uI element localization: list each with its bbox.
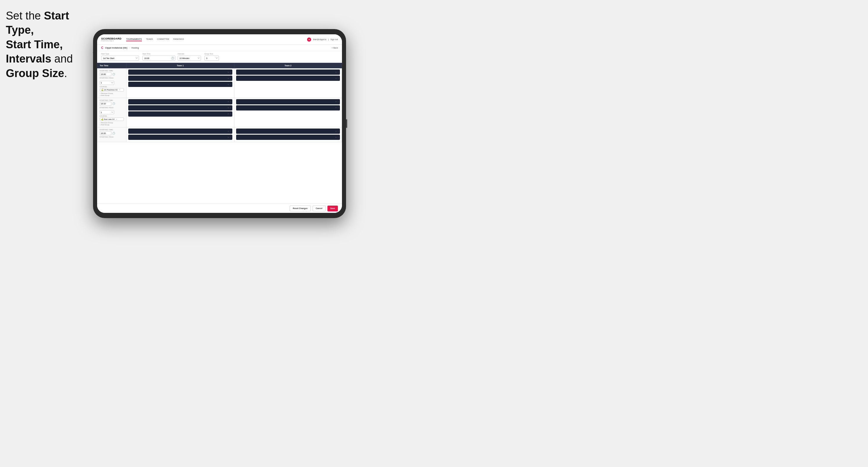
- table-row: STARTING TIME: 🕐 STARTING HOLE: 1 10: [97, 68, 342, 98]
- group3-team1-cell: × › × ›: [126, 127, 235, 142]
- group2-tee-cell: STARTING TIME: 🕐 STARTING HOLE: 1 10: [97, 98, 126, 127]
- slot-close-icon[interactable]: ×: [228, 101, 229, 103]
- slot-arrow-icon[interactable]: ›: [230, 130, 230, 132]
- remove-group-g1[interactable]: ○ Remove Group: [100, 92, 124, 94]
- breadcrumb-tournament[interactable]: Clippd Invitational (Me): [105, 46, 127, 49]
- slot-arrow-icon[interactable]: ›: [338, 71, 339, 73]
- slot-arrow-icon[interactable]: ›: [338, 101, 339, 103]
- remove-group-g2[interactable]: ○ Remove Group: [100, 122, 124, 124]
- slot-close-icon[interactable]: ×: [228, 84, 229, 86]
- clock-icon-g3: 🕐: [112, 132, 115, 135]
- intervals-group: Intervals 5 Minutes 10 Minutes 15 Minute…: [178, 53, 201, 61]
- breadcrumb-separator: /: [129, 46, 130, 49]
- slot-close-icon[interactable]: ×: [336, 71, 337, 73]
- breadcrumb: C Clippd Invitational (Me) / Hosting: [101, 46, 139, 50]
- group1-tee-cell: STARTING TIME: 🕐 STARTING HOLE: 1 10: [97, 68, 126, 98]
- slot-close-icon[interactable]: ×: [228, 130, 229, 132]
- starting-hole-label-g1: STARTING HOLE:: [100, 77, 124, 79]
- group-size-select[interactable]: 2 3 4: [205, 56, 219, 61]
- table-row: STARTING TIME: 🕐 STARTING HOLE: 1 10: [97, 98, 342, 127]
- intervals-select[interactable]: 5 Minutes 10 Minutes 15 Minutes: [178, 56, 201, 61]
- player-slot: × ›: [236, 75, 340, 81]
- starting-time-input-g1[interactable]: [100, 72, 112, 76]
- group1-team2-cell: × › × ›: [234, 68, 342, 98]
- slot-arrow-icon[interactable]: ›: [338, 130, 339, 132]
- slot-close-icon[interactable]: ×: [336, 77, 337, 80]
- slot-arrow-icon[interactable]: ›: [230, 84, 230, 86]
- instruction-line4-normal: .: [64, 67, 67, 80]
- player-slot: × ›: [236, 135, 340, 140]
- slot-arrow-icon[interactable]: ›: [230, 101, 230, 103]
- course-name-g1: (A) Peachtree GC: [104, 89, 118, 91]
- save-button[interactable]: Save: [328, 206, 338, 211]
- starting-hole-label-g2: STARTING HOLE:: [100, 107, 124, 108]
- user-email: blair@clippd.io: [313, 38, 326, 40]
- player-slot: × ›: [128, 69, 232, 75]
- starting-time-label-g3: STARTING TIME:: [100, 129, 124, 130]
- slot-arrow-icon[interactable]: ›: [230, 71, 230, 73]
- nav-bar: SCOREBOARD Powered by clipp.io TOURNAMEN…: [97, 34, 342, 45]
- add-group-g1[interactable]: + Add Group: [100, 94, 124, 96]
- slot-arrow-icon[interactable]: ›: [338, 77, 339, 80]
- add-group-g2[interactable]: + Add Group: [100, 124, 124, 126]
- reset-changes-button[interactable]: Reset Changes: [290, 206, 311, 211]
- slot-close-icon[interactable]: ×: [336, 130, 337, 132]
- slot-arrow-icon[interactable]: ›: [230, 77, 230, 80]
- slot-close-icon[interactable]: ×: [336, 107, 337, 109]
- slot-close-icon[interactable]: ×: [336, 136, 337, 138]
- instruction-line2-bold: Start Time,: [6, 38, 63, 51]
- controls-row: Start Type 1st Tee Start Shotgun Start S…: [97, 51, 342, 63]
- user-avatar: B: [307, 37, 311, 41]
- starting-hole-select-g1[interactable]: 1 10: [100, 81, 114, 85]
- starting-time-input-g3[interactable]: [100, 131, 112, 135]
- slot-close-icon[interactable]: ×: [228, 71, 229, 73]
- player-slot: × ›: [236, 99, 340, 104]
- group2-actions: ○ Remove Group + Add Group: [100, 122, 124, 126]
- clippd-icon: C: [101, 46, 103, 50]
- back-button[interactable]: < Back: [332, 47, 338, 49]
- nav-link-committee[interactable]: COMMITTEE: [157, 37, 169, 41]
- nav-right: B blair@clippd.io | Sign out: [307, 37, 338, 41]
- group2-team1-cell: × › × ›: [126, 98, 235, 127]
- course-label-g2: COURSE:: [100, 115, 124, 117]
- start-time-input[interactable]: [143, 56, 175, 61]
- slot-close-icon[interactable]: ×: [228, 136, 229, 138]
- course-remove-g2[interactable]: ×: [116, 118, 117, 120]
- start-time-group: Start Time 🕐: [143, 53, 174, 61]
- instruction-text: Set the Start Type, Start Time, Interval…: [6, 9, 96, 81]
- player-slot: × ›: [128, 75, 232, 81]
- nav-link-teams[interactable]: TEAMS: [146, 37, 153, 41]
- course-name-g2: East Lake GC: [104, 118, 115, 120]
- slot-close-icon[interactable]: ×: [228, 107, 229, 109]
- tee-table-container[interactable]: Tee Time Team 1 Team 2 STARTING TIME: 🕐: [97, 63, 342, 204]
- tablet-screen: SCOREBOARD Powered by clipp.io TOURNAMEN…: [97, 34, 342, 213]
- starting-hole-label-g3: STARTING HOLE:: [100, 136, 124, 138]
- start-type-select[interactable]: 1st Tee Start Shotgun Start: [101, 56, 139, 61]
- starting-time-input-g2[interactable]: [100, 102, 112, 106]
- course-remove-g1[interactable]: ×: [119, 89, 120, 91]
- group3-tee-cell: STARTING TIME: 🕐 STARTING HOLE:: [97, 127, 126, 142]
- clock-icon-g2: 🕐: [112, 102, 115, 105]
- instruction-line3-bold: Intervals: [6, 53, 51, 65]
- tablet-device: SCOREBOARD Powered by clipp.io TOURNAMEN…: [93, 29, 346, 218]
- starting-hole-select-g2[interactable]: 1 10: [100, 110, 114, 114]
- instruction-line3-normal: and: [51, 53, 73, 65]
- group1-actions: ○ Remove Group + Add Group: [100, 92, 124, 96]
- slot-arrow-icon[interactable]: ›: [230, 113, 230, 115]
- player-slot: × ›: [128, 82, 232, 87]
- cancel-button[interactable]: Cancel: [313, 206, 326, 211]
- nav-link-tournaments[interactable]: TOURNAMENTS: [126, 37, 142, 41]
- nav-link-rankings[interactable]: RANKINGS: [173, 37, 184, 41]
- group2-team2-cell: × › × ›: [234, 98, 342, 127]
- slot-close-icon[interactable]: ×: [228, 77, 229, 80]
- slot-close-icon[interactable]: ×: [228, 113, 229, 115]
- col-tee-time: Tee Time: [97, 63, 126, 68]
- slot-arrow-icon[interactable]: ›: [230, 107, 230, 109]
- slot-close-icon[interactable]: ×: [336, 101, 337, 103]
- sign-out-link[interactable]: Sign out: [330, 38, 338, 40]
- slot-arrow-icon[interactable]: ›: [230, 136, 230, 138]
- player-slot: × ›: [236, 128, 340, 134]
- slot-arrow-icon[interactable]: ›: [338, 136, 339, 138]
- tee-table: Tee Time Team 1 Team 2 STARTING TIME: 🕐: [97, 63, 342, 142]
- slot-arrow-icon[interactable]: ›: [338, 107, 339, 109]
